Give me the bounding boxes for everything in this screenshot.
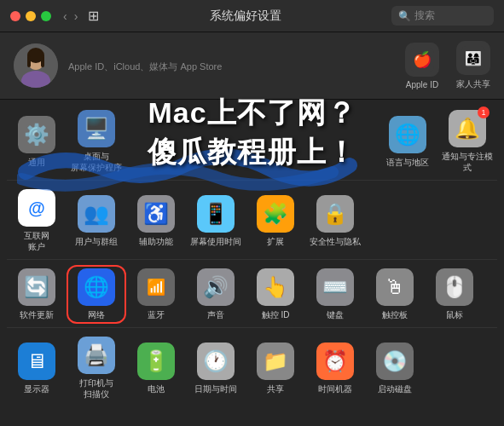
item-users[interactable]: 👥 用户与群组: [67, 192, 126, 250]
access-icon: ♿: [137, 195, 175, 233]
family-sharing-label: 家人共享: [456, 78, 490, 90]
sound-label: 声音: [207, 309, 224, 320]
grid-rows: ⚙️ 通用 🖥️ 桌面与屏幕保护程序 🌐 语言与地区 🔔 1 通知与专注模式: [0, 100, 504, 426]
search-input[interactable]: 搜索: [414, 9, 435, 23]
item-display[interactable]: 🖥 显示器: [7, 339, 67, 398]
item-sharing[interactable]: 📁 共享: [246, 339, 305, 398]
internet-label: 互联网账户: [24, 230, 49, 252]
back-arrow[interactable]: ‹: [61, 9, 69, 23]
grid-row-4: 🖥 显示器 🖨️ 打印机与扫描仪 🔋 电池 🕐 日期与时间 📁 共享 ⏰: [7, 330, 497, 406]
item-trackpad[interactable]: 🖱 触控板: [365, 265, 425, 324]
apple-id-button[interactable]: 🍎 Apple ID: [405, 43, 439, 89]
general-label: 通用: [28, 157, 45, 168]
minimize-button[interactable]: [26, 11, 36, 21]
security-icon: 🔒: [316, 195, 354, 233]
item-bluetooth[interactable]: 📶 蓝牙: [126, 265, 186, 324]
item-security[interactable]: 🔒 安全性与隐私: [305, 192, 365, 250]
item-notif[interactable]: 🔔 1 通知与专注模式: [437, 106, 497, 176]
item-printer[interactable]: 🖨️ 打印机与扫描仪: [67, 333, 126, 403]
startup-label: 启动磁盘: [378, 383, 412, 394]
search-bar[interactable]: 🔍 搜索: [391, 6, 494, 26]
touchid-icon: 👆: [257, 268, 294, 306]
apple-id-icon: 🍎: [405, 43, 439, 77]
item-general[interactable]: ⚙️ 通用: [7, 112, 67, 171]
close-button[interactable]: [10, 11, 20, 21]
users-label: 用户与群组: [75, 236, 118, 247]
item-mouse[interactable]: 🖱️ 鼠标: [425, 265, 484, 324]
maximize-button[interactable]: [41, 11, 51, 21]
item-battery[interactable]: 🔋 电池: [126, 339, 186, 398]
desktop-label: 桌面与屏幕保护程序: [71, 151, 122, 173]
datetime-label: 日期与时间: [194, 383, 237, 394]
avatar[interactable]: [14, 43, 58, 88]
apple-id-label: Apple ID: [406, 80, 438, 89]
content-area: Apple ID、iCloud、媒体与 App Store 🍎 Apple ID…: [0, 32, 504, 426]
svg-text:🍎: 🍎: [413, 50, 432, 69]
mouse-label: 鼠标: [446, 309, 463, 320]
printer-label: 打印机与扫描仪: [79, 377, 113, 400]
startup-icon: 💿: [376, 343, 414, 380]
forward-arrow[interactable]: ›: [72, 9, 80, 23]
profile-subtitle: Apple ID、iCloud、媒体与 App Store: [68, 60, 405, 73]
svg-rect-5: [27, 55, 31, 67]
item-internet[interactable]: @ 互联网账户: [7, 186, 67, 256]
item-network[interactable]: 🌐 网络: [67, 265, 126, 324]
titlebar: ‹ › ⊞ 系统偏好设置 🔍 搜索: [0, 0, 504, 32]
item-datetime[interactable]: 🕐 日期与时间: [186, 339, 246, 398]
family-sharing-button[interactable]: 👨‍👩‍👧 家人共享: [456, 41, 490, 90]
software-icon: 🔄: [18, 268, 55, 306]
item-lang[interactable]: 🌐 语言与地区: [378, 112, 437, 171]
sharing-label: 共享: [267, 383, 284, 394]
item-desktop[interactable]: 🖥️ 桌面与屏幕保护程序: [67, 106, 126, 176]
item-timemachine[interactable]: ⏰ 时间机器: [305, 339, 365, 398]
profile-info: Apple ID、iCloud、媒体与 App Store: [68, 59, 405, 73]
printer-icon: 🖨️: [78, 337, 115, 374]
bluetooth-label: 蓝牙: [148, 309, 165, 320]
item-software[interactable]: 🔄 软件更新: [7, 265, 67, 324]
profile-right-actions: 🍎 Apple ID 👨‍👩‍👧 家人共享: [405, 41, 490, 90]
extensions-label: 扩展: [267, 236, 284, 247]
display-label: 显示器: [24, 383, 49, 394]
mouse-icon: 🖱️: [436, 268, 473, 306]
svg-text:👨‍👩‍👧: 👨‍👩‍👧: [465, 50, 482, 66]
keyboard-label: 键盘: [327, 309, 344, 320]
software-label: 软件更新: [20, 309, 54, 320]
security-label: 安全性与隐私: [310, 236, 361, 247]
general-icon: ⚙️: [18, 116, 55, 153]
notif-label: 通知与专注模式: [439, 151, 495, 173]
lang-label: 语言与地区: [386, 157, 429, 168]
battery-label: 电池: [148, 383, 165, 394]
item-keyboard[interactable]: ⌨️ 键盘: [305, 265, 365, 324]
item-sound[interactable]: 🔊 声音: [186, 265, 246, 324]
timemachine-label: 时间机器: [318, 383, 352, 394]
notif-icon: 🔔 1: [449, 110, 486, 147]
extensions-icon: 🧩: [257, 195, 294, 233]
timemachine-icon: ⏰: [316, 343, 354, 380]
item-startup[interactable]: 💿 启动磁盘: [365, 339, 425, 398]
traffic-lights: [10, 11, 51, 21]
screentime-icon: 📱: [197, 195, 235, 233]
battery-icon: 🔋: [137, 343, 175, 380]
window-title: 系统偏好设置: [99, 9, 391, 24]
network-label: 网络: [88, 309, 105, 320]
grid-icon[interactable]: ⊞: [88, 8, 99, 24]
screentime-label: 屏幕使用时间: [190, 236, 241, 247]
item-touchid[interactable]: 👆 触控 ID: [246, 265, 305, 324]
display-icon: 🖥: [18, 343, 55, 380]
access-label: 辅助功能: [139, 236, 173, 247]
item-screentime[interactable]: 📱 屏幕使用时间: [186, 192, 246, 250]
notif-badge: 1: [478, 106, 490, 118]
datetime-icon: 🕐: [197, 343, 235, 380]
grid-row-2: @ 互联网账户 👥 用户与群组 ♿ 辅助功能 📱 屏幕使用时间 🧩 扩展 🔒: [7, 182, 497, 260]
trackpad-label: 触控板: [382, 309, 408, 320]
desktop-icon: 🖥️: [78, 110, 115, 147]
keyboard-icon: ⌨️: [316, 268, 354, 306]
item-extensions[interactable]: 🧩 扩展: [246, 192, 305, 250]
search-icon: 🔍: [398, 10, 411, 22]
family-sharing-icon: 👨‍👩‍👧: [456, 41, 490, 75]
svg-rect-6: [41, 55, 44, 67]
item-access[interactable]: ♿ 辅助功能: [126, 192, 186, 250]
lang-icon: 🌐: [389, 116, 426, 153]
bluetooth-icon: 📶: [137, 268, 175, 306]
users-icon: 👥: [78, 195, 115, 233]
